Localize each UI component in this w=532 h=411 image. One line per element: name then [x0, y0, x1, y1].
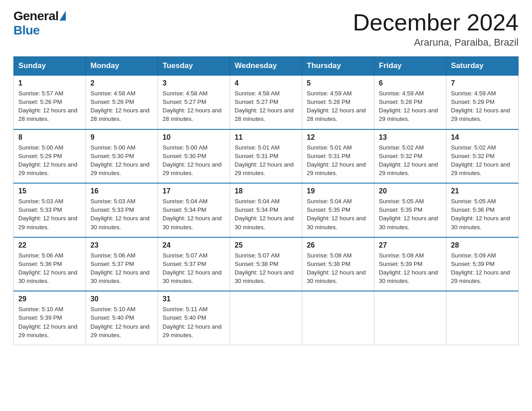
sunset-label: Sunset: 5:29 PM — [18, 153, 62, 159]
calendar-day-cell: 30 Sunrise: 5:10 AM Sunset: 5:40 PM Dayl… — [86, 291, 158, 345]
calendar-table: SundayMondayTuesdayWednesdayThursdayFrid… — [13, 56, 519, 345]
daylight-label: Daylight: 12 hours and 29 minutes. — [379, 107, 438, 122]
sunset-label: Sunset: 5:40 PM — [163, 314, 206, 321]
day-info: Sunrise: 5:07 AM Sunset: 5:37 PM Dayligh… — [163, 251, 225, 286]
calendar-day-cell: 6 Sunrise: 4:59 AM Sunset: 5:28 PM Dayli… — [374, 75, 446, 129]
daylight-label: Daylight: 12 hours and 29 minutes. — [235, 161, 294, 176]
calendar-week-row: 29 Sunrise: 5:10 AM Sunset: 5:39 PM Dayl… — [14, 291, 519, 345]
daylight-label: Daylight: 12 hours and 28 minutes. — [235, 107, 294, 122]
column-header-tuesday: Tuesday — [158, 57, 230, 76]
sunrise-label: Sunrise: 4:59 AM — [307, 90, 352, 97]
column-header-wednesday: Wednesday — [230, 57, 302, 76]
calendar-day-cell: 29 Sunrise: 5:10 AM Sunset: 5:39 PM Dayl… — [14, 291, 86, 345]
sunrise-label: Sunrise: 4:58 AM — [90, 90, 135, 97]
day-info: Sunrise: 4:59 AM Sunset: 5:28 PM Dayligh… — [379, 89, 442, 124]
calendar-day-cell — [446, 291, 519, 345]
daylight-label: Daylight: 12 hours and 30 minutes. — [451, 215, 510, 230]
daylight-label: Daylight: 12 hours and 30 minutes. — [235, 215, 294, 230]
sunrise-label: Sunrise: 5:07 AM — [235, 252, 279, 259]
day-number: 28 — [451, 241, 514, 249]
sunrise-label: Sunrise: 5:10 AM — [90, 306, 135, 313]
calendar-day-cell: 18 Sunrise: 5:04 AM Sunset: 5:34 PM Dayl… — [230, 183, 302, 237]
calendar-day-cell: 7 Sunrise: 4:59 AM Sunset: 5:29 PM Dayli… — [446, 75, 519, 129]
calendar-day-cell: 13 Sunrise: 5:02 AM Sunset: 5:32 PM Dayl… — [374, 129, 446, 184]
daylight-label: Daylight: 12 hours and 29 minutes. — [307, 161, 366, 176]
day-number: 14 — [451, 133, 514, 141]
calendar-day-cell: 28 Sunrise: 5:09 AM Sunset: 5:39 PM Dayl… — [446, 237, 519, 291]
sunrise-label: Sunrise: 5:11 AM — [163, 306, 207, 313]
sunrise-label: Sunrise: 5:03 AM — [18, 198, 63, 205]
day-number: 6 — [379, 79, 442, 87]
sunset-label: Sunset: 5:27 PM — [163, 98, 206, 105]
sunrise-label: Sunrise: 5:10 AM — [18, 306, 63, 313]
calendar-header-row: SundayMondayTuesdayWednesdayThursdayFrid… — [14, 57, 519, 76]
day-info: Sunrise: 5:02 AM Sunset: 5:32 PM Dayligh… — [379, 143, 442, 178]
sunrise-label: Sunrise: 5:08 AM — [379, 252, 424, 259]
daylight-label: Daylight: 12 hours and 29 minutes. — [451, 107, 510, 122]
daylight-label: Daylight: 12 hours and 30 minutes. — [307, 215, 366, 230]
daylight-label: Daylight: 12 hours and 30 minutes. — [307, 269, 366, 284]
sunset-label: Sunset: 5:36 PM — [451, 206, 495, 213]
day-number: 23 — [90, 241, 153, 249]
day-number: 20 — [379, 187, 442, 195]
day-info: Sunrise: 5:07 AM Sunset: 5:38 PM Dayligh… — [235, 251, 297, 286]
day-info: Sunrise: 5:04 AM Sunset: 5:34 PM Dayligh… — [235, 197, 297, 231]
daylight-label: Daylight: 12 hours and 28 minutes. — [90, 107, 150, 122]
day-number: 10 — [163, 133, 225, 141]
day-number: 21 — [451, 187, 514, 195]
sunset-label: Sunset: 5:28 PM — [307, 98, 351, 105]
day-info: Sunrise: 5:03 AM Sunset: 5:33 PM Dayligh… — [18, 197, 81, 231]
sunrise-label: Sunrise: 5:07 AM — [163, 252, 207, 259]
sunset-label: Sunset: 5:32 PM — [379, 153, 423, 159]
sunrise-label: Sunrise: 5:00 AM — [90, 144, 135, 151]
calendar-week-row: 1 Sunrise: 5:57 AM Sunset: 5:26 PM Dayli… — [14, 75, 519, 129]
sunrise-label: Sunrise: 4:59 AM — [379, 90, 424, 97]
day-info: Sunrise: 5:04 AM Sunset: 5:34 PM Dayligh… — [163, 197, 225, 231]
daylight-label: Daylight: 12 hours and 28 minutes. — [307, 107, 366, 122]
sunrise-label: Sunrise: 5:04 AM — [163, 198, 207, 205]
calendar-day-cell: 26 Sunrise: 5:08 AM Sunset: 5:38 PM Dayl… — [302, 237, 374, 291]
calendar-day-cell — [230, 291, 302, 345]
calendar-day-cell: 2 Sunrise: 4:58 AM Sunset: 5:26 PM Dayli… — [86, 75, 158, 129]
day-number: 22 — [18, 241, 81, 249]
calendar-day-cell: 31 Sunrise: 5:11 AM Sunset: 5:40 PM Dayl… — [158, 291, 230, 345]
sunset-label: Sunset: 5:40 PM — [90, 314, 134, 321]
sunrise-label: Sunrise: 5:09 AM — [451, 252, 496, 259]
logo-general-text: General — [13, 9, 59, 23]
day-info: Sunrise: 4:58 AM Sunset: 5:26 PM Dayligh… — [90, 89, 153, 124]
sunrise-label: Sunrise: 4:58 AM — [163, 90, 207, 97]
calendar-day-cell: 5 Sunrise: 4:59 AM Sunset: 5:28 PM Dayli… — [302, 75, 374, 129]
daylight-label: Daylight: 12 hours and 30 minutes. — [90, 269, 150, 284]
sunset-label: Sunset: 5:30 PM — [163, 153, 206, 159]
daylight-label: Daylight: 12 hours and 29 minutes. — [18, 323, 77, 338]
calendar-day-cell: 27 Sunrise: 5:08 AM Sunset: 5:39 PM Dayl… — [374, 237, 446, 291]
sunset-label: Sunset: 5:30 PM — [90, 153, 134, 159]
sunrise-label: Sunrise: 5:02 AM — [451, 144, 496, 151]
day-info: Sunrise: 5:01 AM Sunset: 5:31 PM Dayligh… — [235, 143, 297, 178]
calendar-week-row: 8 Sunrise: 5:00 AM Sunset: 5:29 PM Dayli… — [14, 129, 519, 184]
daylight-label: Daylight: 12 hours and 29 minutes. — [18, 215, 77, 230]
day-number: 15 — [18, 187, 81, 195]
sunrise-label: Sunrise: 5:05 AM — [379, 198, 424, 205]
sunset-label: Sunset: 5:37 PM — [90, 261, 134, 267]
column-header-sunday: Sunday — [14, 57, 86, 76]
sunset-label: Sunset: 5:26 PM — [18, 98, 62, 105]
day-info: Sunrise: 5:08 AM Sunset: 5:38 PM Dayligh… — [307, 251, 369, 286]
day-number: 12 — [307, 133, 369, 141]
sunset-label: Sunset: 5:39 PM — [18, 314, 62, 321]
day-number: 5 — [307, 79, 369, 87]
day-info: Sunrise: 5:05 AM Sunset: 5:35 PM Dayligh… — [379, 197, 442, 231]
sunset-label: Sunset: 5:39 PM — [451, 261, 495, 267]
day-number: 25 — [235, 241, 297, 249]
calendar-day-cell: 25 Sunrise: 5:07 AM Sunset: 5:38 PM Dayl… — [230, 237, 302, 291]
day-number: 7 — [451, 79, 514, 87]
logo-triangle-icon — [60, 11, 66, 21]
calendar-day-cell: 23 Sunrise: 5:06 AM Sunset: 5:37 PM Dayl… — [86, 237, 158, 291]
calendar-day-cell: 12 Sunrise: 5:01 AM Sunset: 5:31 PM Dayl… — [302, 129, 374, 184]
page-header: General Blue December 2024 Araruna, Para… — [13, 9, 519, 48]
day-number: 2 — [90, 79, 153, 87]
calendar-day-cell: 22 Sunrise: 5:06 AM Sunset: 5:36 PM Dayl… — [14, 237, 86, 291]
sunrise-label: Sunrise: 5:00 AM — [163, 144, 207, 151]
daylight-label: Daylight: 12 hours and 30 minutes. — [235, 269, 294, 284]
day-number: 31 — [163, 295, 225, 303]
